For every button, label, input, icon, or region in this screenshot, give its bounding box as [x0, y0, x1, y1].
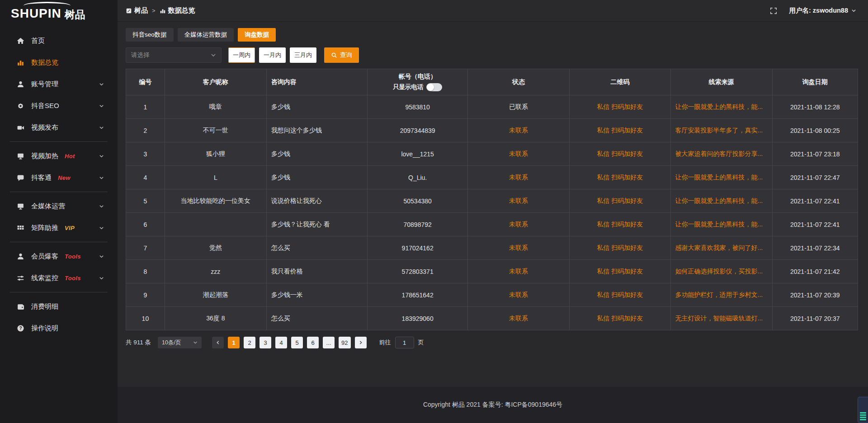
sidebar-item-data-overview[interactable]: 数据总览 [0, 52, 118, 73]
pagination-bar: 共 911 条 10条/页 1 2 3 4 5 6 ... 92 [126, 337, 858, 348]
sidebar-item-instructions[interactable]: ? 操作说明 [0, 317, 118, 339]
tab-omnimedia-data[interactable]: 全媒体运营数据 [178, 28, 234, 42]
col-header-date: 询盘日期 [772, 69, 858, 95]
cell-no: 2 [126, 119, 165, 142]
lead-source-link[interactable]: 让你一眼就爱上的黑科技，能... [670, 95, 772, 119]
breadcrumb-root[interactable]: 树品 [126, 6, 148, 15]
chevron-down-icon [99, 103, 104, 108]
account-select[interactable]: 请选择 [126, 47, 222, 63]
page-button-92[interactable]: 92 [339, 337, 350, 348]
chevron-left-icon [216, 340, 220, 345]
page-size-select[interactable]: 10条/页 [158, 337, 202, 348]
qrcode-link[interactable]: 私信 扫码加好友 [570, 95, 670, 119]
lead-source-link[interactable]: 无主灯设计，智能磁吸轨道灯... [670, 307, 772, 330]
cell-account: 178651642 [368, 283, 468, 307]
qrcode-link[interactable]: 私信 扫码加好友 [570, 260, 670, 283]
cell-date: 2021-11-07 22:47 [772, 166, 858, 189]
sidebar-item-douyin-seo[interactable]: 抖音SEO [0, 95, 118, 117]
page-button-4[interactable]: 4 [275, 337, 287, 348]
prev-page-button[interactable] [212, 337, 224, 348]
lead-source-link[interactable]: 让你一眼就爱上的黑科技，能... [670, 213, 772, 236]
col-header-account: 帐号（电话） 只显示电话 [368, 69, 468, 95]
fullscreen-icon[interactable] [770, 7, 777, 14]
corner-widget[interactable] [858, 397, 868, 423]
filter-bar: 请选择 一周内 一月内 三月内 查询 [126, 47, 858, 63]
phone-only-label: 只显示电话 [393, 83, 424, 91]
sidebar-item-video-heating[interactable]: 视频加热 Hot [0, 145, 118, 167]
qrcode-link[interactable]: 私信 扫码加好友 [570, 283, 670, 307]
qrcode-link[interactable]: 私信 扫码加好友 [570, 189, 670, 213]
breadcrumb: 树品 > 数据总览 [126, 6, 195, 15]
next-page-button[interactable] [355, 337, 367, 348]
data-tabs: 抖音seo数据 全媒体运营数据 询盘数据 [126, 28, 858, 42]
chevron-down-icon [99, 175, 104, 180]
cell-date: 2021-11-08 00:25 [772, 119, 858, 142]
lead-source-link[interactable]: 让你一眼就爱上的黑科技，能... [670, 166, 772, 189]
grid-icon [16, 224, 24, 232]
user-icon [16, 252, 24, 260]
sidebar-item-home[interactable]: 首页 [0, 30, 118, 52]
qrcode-link[interactable]: 私信 扫码加好友 [570, 213, 670, 236]
sidebar-item-video-publish[interactable]: 视频发布 [0, 117, 118, 138]
lead-source-link[interactable]: 被大家追着问的客厅投影分享... [670, 142, 772, 166]
qrcode-link[interactable]: 私信 扫码加好友 [570, 142, 670, 166]
qrcode-link[interactable]: 私信 扫码加好友 [570, 119, 670, 142]
chevron-down-icon [211, 52, 216, 58]
sidebar-item-account-mgmt[interactable]: 账号管理 [0, 73, 118, 95]
goto-page-input[interactable] [395, 337, 414, 348]
tab-douyin-seo-data[interactable]: 抖音seo数据 [126, 28, 174, 42]
lead-source-link[interactable]: 客厅安装投影半年多了，真实... [670, 119, 772, 142]
col-header-nickname: 客户昵称 [165, 69, 266, 95]
qrcode-link[interactable]: 私信 扫码加好友 [570, 166, 670, 189]
sidebar-item-lead-monitor[interactable]: 线索监控 Tools [0, 267, 118, 289]
page-button-5[interactable]: 5 [291, 337, 303, 348]
sidebar-item-label: 首页 [31, 37, 45, 45]
page-button-6[interactable]: 6 [307, 337, 319, 348]
chevron-down-icon [99, 254, 104, 259]
gear-icon [16, 102, 24, 110]
lead-source-link[interactable]: 多功能护栏灯，适用于乡村文... [670, 283, 772, 307]
cell-nickname: L [165, 166, 266, 189]
qrcode-link[interactable]: 私信 扫码加好友 [570, 307, 670, 330]
range-button-month[interactable]: 一月内 [259, 47, 286, 63]
cell-content: 怎么买 [266, 307, 367, 330]
page-ellipsis-button[interactable]: ... [323, 337, 335, 348]
sidebar-item-matrix-boost[interactable]: 矩阵助推 VIP [0, 217, 118, 239]
phone-only-toggle[interactable] [426, 83, 442, 91]
sidebar-item-member-baoke[interactable]: 会员爆客 Tools [0, 245, 118, 267]
sidebar-item-expense-detail[interactable]: 消费明细 [0, 296, 118, 317]
range-button-week[interactable]: 一周内 [228, 47, 255, 63]
status-badge: 未联系 [468, 307, 570, 330]
cell-account: 917024162 [368, 236, 468, 260]
cell-no: 10 [126, 307, 165, 330]
qrcode-link[interactable]: 私信 扫码加好友 [570, 236, 670, 260]
range-button-quarter[interactable]: 三月内 [290, 47, 316, 63]
sidebar-item-doketong[interactable]: 抖客通 New [0, 167, 118, 188]
lead-source-link[interactable]: 让你一眼就爱上的黑科技，能... [670, 189, 772, 213]
lead-source-link[interactable]: 感谢大家喜欢我家，被问了好... [670, 236, 772, 260]
bar-chart-icon [16, 58, 24, 66]
table-header-row: 编号 客户昵称 咨询内容 帐号（电话） 只显示电话 [126, 69, 858, 95]
sidebar-item-label: 视频发布 [31, 123, 58, 132]
tab-inquiry-data[interactable]: 询盘数据 [238, 28, 276, 42]
status-badge: 未联系 [468, 260, 570, 283]
user-menu[interactable]: 用户名: zswodun88 [789, 6, 856, 15]
lead-source-link[interactable]: 如何正确选择投影仪，买投影... [670, 260, 772, 283]
sidebar-item-label: 账号管理 [31, 80, 58, 89]
cell-account: 572803371 [368, 260, 468, 283]
query-button[interactable]: 查询 [324, 47, 359, 63]
sidebar-item-omni-media[interactable]: 全媒体运营 [0, 195, 118, 217]
cell-date: 2021-11-07 20:37 [772, 307, 858, 330]
cell-content: 多少钱 [266, 95, 367, 119]
cell-content: 多少钱？让我死心 看 [266, 213, 367, 236]
chat-bubble-icon [16, 174, 24, 182]
status-badge: 未联系 [468, 189, 570, 213]
sidebar-item-label: 线索监控 [31, 274, 58, 282]
page-button-1[interactable]: 1 [228, 337, 240, 348]
cell-content: 我只看价格 [266, 260, 367, 283]
page-button-2[interactable]: 2 [244, 337, 255, 348]
cell-date: 2021-11-08 12:28 [772, 95, 858, 119]
question-circle-icon: ? [16, 324, 24, 332]
page-button-3[interactable]: 3 [259, 337, 271, 348]
table-row: 8 zzz 我只看价格 572803371 未联系 私信 扫码加好友 如何正确选… [126, 260, 858, 283]
